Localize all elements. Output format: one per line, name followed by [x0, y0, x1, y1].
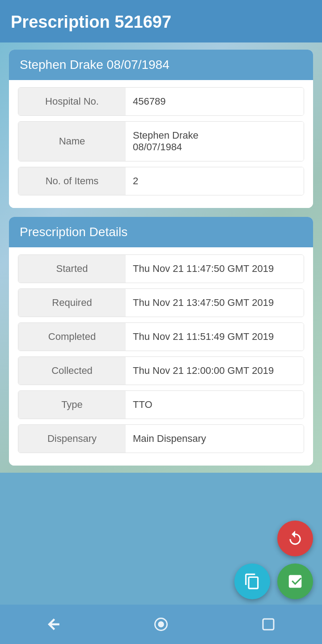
nav-recent-button[interactable]: [256, 612, 281, 637]
undo-icon: [287, 530, 304, 547]
required-row: Required Thu Nov 21 13:47:50 GMT 2019: [18, 288, 304, 317]
home-icon: [153, 616, 169, 632]
items-value: 2: [126, 167, 304, 195]
nav-home-button[interactable]: [148, 612, 174, 637]
prescription-details-title: Prescription Details: [20, 225, 302, 239]
items-row: No. of Items 2: [18, 167, 304, 195]
name-label: Name: [18, 122, 126, 161]
confirm-fab[interactable]: [277, 564, 313, 599]
page-title: Prescription 521697: [11, 13, 311, 32]
completed-label: Completed: [18, 323, 126, 351]
confirm-icon: [287, 573, 304, 590]
svg-rect-2: [263, 619, 274, 630]
hospital-no-value: 456789: [126, 88, 304, 115]
hospital-no-label: Hospital No.: [18, 88, 126, 115]
type-row: Type TTO: [18, 390, 304, 419]
dispensary-label: Dispensary: [18, 425, 126, 453]
items-label: No. of Items: [18, 167, 126, 195]
prescription-card: Prescription Details Started Thu Nov 21 …: [9, 217, 313, 466]
bottom-nav: [0, 605, 322, 644]
patient-card-header: Stephen Drake 08/07/1984: [9, 50, 313, 80]
dispensary-value: Main Dispensary: [126, 425, 304, 453]
recent-icon: [260, 616, 276, 632]
prescription-card-body: Started Thu Nov 21 11:47:50 GMT 2019 Req…: [9, 247, 313, 466]
required-value: Thu Nov 21 13:47:50 GMT 2019: [126, 289, 304, 317]
undo-fab[interactable]: [277, 521, 313, 556]
nav-back-button[interactable]: [41, 612, 66, 637]
collected-value: Thu Nov 21 12:00:00 GMT 2019: [126, 357, 304, 385]
required-label: Required: [18, 289, 126, 317]
fab-container: [234, 521, 313, 599]
dispensary-row: Dispensary Main Dispensary: [18, 424, 304, 453]
prescription-card-header: Prescription Details: [9, 217, 313, 247]
bg-area: Stephen Drake 08/07/1984 Hospital No. 45…: [0, 42, 322, 473]
svg-point-1: [158, 622, 164, 627]
hospital-no-row: Hospital No. 456789: [18, 87, 304, 116]
patient-card-body: Hospital No. 456789 Name Stephen Drake 0…: [9, 80, 313, 208]
type-label: Type: [18, 391, 126, 419]
collected-label: Collected: [18, 357, 126, 385]
name-row: Name Stephen Drake 08/07/1984: [18, 121, 304, 161]
started-label: Started: [18, 255, 126, 283]
back-icon: [46, 616, 62, 632]
name-value: Stephen Drake 08/07/1984: [126, 122, 304, 161]
copy-fab[interactable]: [234, 564, 270, 599]
copy-icon: [244, 573, 261, 590]
type-value: TTO: [126, 391, 304, 419]
started-row: Started Thu Nov 21 11:47:50 GMT 2019: [18, 254, 304, 283]
collected-row: Collected Thu Nov 21 12:00:00 GMT 2019: [18, 356, 304, 385]
completed-value: Thu Nov 21 11:51:49 GMT 2019: [126, 323, 304, 351]
top-header: Prescription 521697: [0, 0, 322, 42]
completed-row: Completed Thu Nov 21 11:51:49 GMT 2019: [18, 322, 304, 351]
patient-name-dob: Stephen Drake 08/07/1984: [20, 58, 302, 72]
started-value: Thu Nov 21 11:47:50 GMT 2019: [126, 255, 304, 283]
fab-row-bottom: [234, 564, 313, 599]
patient-card: Stephen Drake 08/07/1984 Hospital No. 45…: [9, 50, 313, 208]
